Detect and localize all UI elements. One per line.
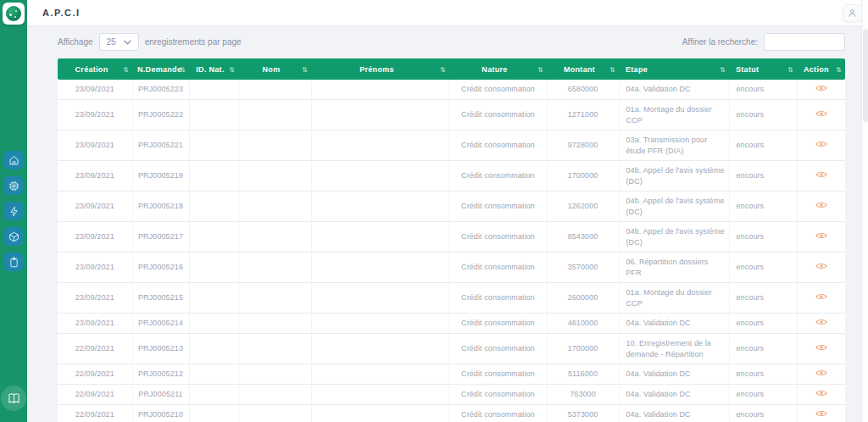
view-button[interactable] [815, 170, 827, 179]
cell-action [797, 283, 845, 314]
cell-creation: 22/09/2021 [58, 405, 132, 422]
cell-prenoms [311, 253, 449, 283]
view-button[interactable] [815, 292, 827, 301]
sidebar-nav [0, 151, 27, 271]
cell-etape: 03a. Transmission pour étude PFR (DIA) [619, 130, 729, 161]
column-header-creation[interactable]: Création⇅ [58, 58, 132, 80]
search-input[interactable] [764, 33, 845, 51]
cell-action [797, 222, 845, 253]
app-window: A.P.C.I Affichage 25 enregistrements par… [0, 0, 868, 422]
cell-demande: PRJ0005211 [132, 385, 189, 405]
view-button[interactable] [815, 109, 827, 118]
cell-nature: Crédit consommation [449, 100, 547, 130]
view-button[interactable] [815, 84, 827, 92]
cell-prenoms [311, 334, 449, 364]
cell-prenoms [311, 222, 449, 253]
page-size-select[interactable]: 25 [99, 33, 139, 51]
column-header-action[interactable]: Action⇅ [797, 58, 845, 80]
sort-icon: ⇅ [720, 65, 726, 73]
column-header-id-nat[interactable]: ID. Nat.⇅ [189, 58, 238, 80]
cell-id-nat [189, 161, 238, 192]
view-button[interactable] [815, 140, 827, 148]
cell-creation: 22/09/2021 [58, 364, 132, 385]
cell-id-nat [189, 100, 238, 130]
view-button[interactable] [815, 369, 827, 377]
cell-statut: encours [729, 314, 797, 334]
cell-prenoms [311, 364, 449, 385]
cell-statut: encours [729, 283, 797, 314]
column-header-demande[interactable]: N.Demande⇅ [132, 58, 189, 80]
cell-demande: PRJ0005218 [132, 192, 189, 222]
cell-action [797, 385, 845, 405]
cell-nature: Crédit consommation [449, 385, 547, 405]
eye-icon [815, 140, 827, 148]
cell-creation: 22/09/2021 [58, 385, 132, 405]
cell-action [797, 192, 845, 222]
cell-demande: PRJ0005221 [132, 130, 189, 161]
view-button[interactable] [815, 201, 827, 209]
cell-etape: 04b. Appel de l'avis système (DC) [619, 222, 729, 253]
cell-id-nat [189, 314, 238, 334]
app-logo [3, 3, 25, 25]
cell-statut: encours [729, 130, 797, 161]
cell-montant: 8543000 [547, 222, 619, 253]
sort-icon: ⇅ [123, 65, 129, 73]
view-button[interactable] [815, 409, 827, 418]
sidebar-item-reports[interactable] [4, 253, 23, 271]
table-row: 23/09/2021 PRJ0005219 Crédit consommatio… [58, 161, 845, 192]
cell-demande: PRJ0005222 [132, 100, 189, 130]
cell-id-nat [189, 385, 238, 405]
cell-montant: 1262000 [547, 192, 619, 222]
column-header-nom[interactable]: Nom⇅ [238, 58, 311, 80]
cell-nom [238, 161, 311, 192]
cell-statut: encours [729, 334, 797, 364]
documentation-button[interactable] [1, 386, 26, 411]
view-button[interactable] [815, 262, 827, 270]
cell-nature: Crédit consommation [449, 161, 547, 192]
view-button[interactable] [815, 343, 827, 352]
cell-demande: PRJ0005214 [132, 314, 189, 334]
scrollbar-thumb[interactable] [863, 29, 868, 122]
cell-nom [238, 364, 311, 385]
cell-montant: 1271000 [547, 100, 619, 130]
column-header-montant[interactable]: Montant⇅ [547, 58, 619, 80]
cell-prenoms [311, 130, 449, 161]
cell-creation: 23/09/2021 [58, 161, 132, 192]
cell-statut: encours [729, 405, 797, 422]
eye-icon [815, 292, 827, 301]
eye-icon [815, 343, 827, 352]
cell-demande: PRJ0005216 [132, 253, 189, 283]
cell-nom [238, 283, 311, 314]
cell-creation: 23/09/2021 [58, 314, 132, 334]
cell-montant: 3570000 [547, 253, 619, 283]
sidebar-item-products[interactable] [4, 227, 23, 246]
search-label: Affiner la recherche: [682, 37, 758, 47]
eye-icon [815, 369, 827, 377]
cell-creation: 23/09/2021 [58, 130, 132, 161]
sidebar-item-actions[interactable] [4, 202, 23, 220]
cell-id-nat [189, 283, 238, 314]
column-header-prenoms[interactable]: Prénoms⇅ [311, 58, 449, 80]
view-button[interactable] [815, 318, 827, 326]
cell-action [797, 405, 845, 422]
cell-nom [238, 405, 311, 422]
column-header-nature[interactable]: Nature⇅ [449, 58, 547, 80]
sidebar-item-home[interactable] [4, 151, 23, 169]
vertical-scrollbar[interactable] [861, 0, 868, 422]
cell-montant: 9728000 [547, 130, 619, 161]
eye-icon [815, 109, 827, 118]
cell-nom [238, 222, 311, 253]
view-button[interactable] [815, 389, 827, 397]
user-menu-button[interactable] [843, 4, 862, 22]
cell-demande: PRJ0005217 [132, 222, 189, 253]
column-header-statut[interactable]: Statut⇅ [729, 58, 797, 80]
sidebar-item-system[interactable] [4, 176, 23, 195]
cell-demande: PRJ0005212 [132, 364, 189, 385]
cell-nom [238, 130, 311, 161]
column-header-etape[interactable]: Etape⇅ [619, 58, 729, 80]
cell-etape: 06. Répartition dossiers PFR [619, 253, 729, 283]
eye-icon [815, 84, 827, 92]
view-button[interactable] [815, 231, 827, 240]
cell-nom [238, 80, 311, 100]
cell-action [797, 161, 845, 192]
